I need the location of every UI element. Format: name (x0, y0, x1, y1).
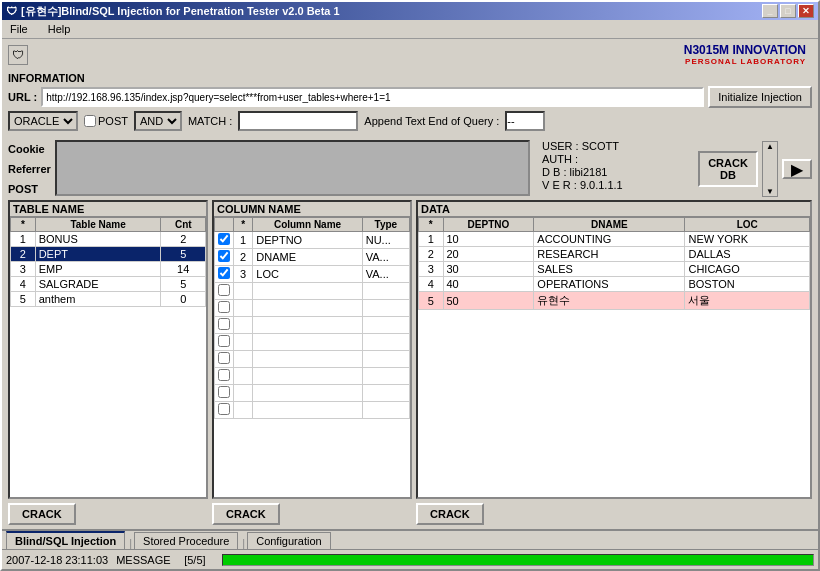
url-input[interactable] (41, 87, 704, 107)
column-row[interactable]: 3LOCVA... (215, 266, 410, 283)
status-message: MESSAGE (116, 554, 176, 566)
tab-bar: Blind/SQL Injection | Stored Procedure |… (2, 529, 818, 549)
progress-bar (222, 554, 814, 566)
user-name: USER : SCOTT (542, 140, 694, 152)
table-row[interactable]: 3EMP14 (11, 262, 206, 277)
crack-table-button[interactable]: CRACK (8, 503, 76, 525)
table-row[interactable]: 2DEPT5 (11, 247, 206, 262)
column-checkbox[interactable] (218, 250, 230, 262)
column-row[interactable] (215, 283, 410, 300)
column-row[interactable] (215, 402, 410, 419)
data-panel: DATA * DEPTNO DNAME LOC 110ACCOUNTINGNEW… (416, 200, 812, 499)
scroll-track (763, 151, 777, 187)
db-type-select[interactable]: ORACLE MSSQL MySQL (8, 111, 78, 131)
crack-db-button[interactable]: CRACK DB (698, 151, 758, 187)
minimize-button[interactable]: _ (762, 4, 778, 18)
data-col-star: * (419, 218, 444, 232)
column-checkbox[interactable] (218, 352, 230, 364)
user-auth: AUTH : (542, 153, 694, 165)
data-row[interactable]: 550유현수서울 (419, 292, 810, 310)
column-row[interactable]: 2DNAMEVA... (215, 249, 410, 266)
column-row[interactable]: 1DEPTNONU... (215, 232, 410, 249)
column-checkbox[interactable] (218, 284, 230, 296)
tab-sep-2: | (240, 537, 247, 549)
status-bar: 2007-12-18 23:11:03 MESSAGE [5/5] (2, 549, 818, 569)
title-bar: 🛡 [유현수]Blind/SQL Injection for Penetrati… (2, 2, 818, 20)
panels-area: TABLE NAME * Table Name Cnt 1BONUS22DEPT… (2, 200, 818, 499)
table-row[interactable]: 1BONUS2 (11, 232, 206, 247)
data-panel-table: * DEPTNO DNAME LOC 110ACCOUNTINGNEW YORK… (418, 217, 810, 497)
user-db: D B : libi2181 (542, 166, 694, 178)
post-checkbox-label: POST (84, 115, 128, 127)
brand-logo: N3015M INNOVATION PERSONAL LABORATORY (678, 41, 812, 68)
cookie-area: Cookie Referrer POST USER : SCOTT AUTH :… (8, 140, 812, 198)
column-row[interactable] (215, 368, 410, 385)
table-panel: TABLE NAME * Table Name Cnt 1BONUS22DEPT… (8, 200, 208, 499)
progress-fill (223, 555, 813, 565)
user-ver: V E R : 9.0.1.1.1 (542, 179, 694, 191)
column-panel-header: COLUMN NAME (214, 202, 410, 217)
match-label: MATCH : (188, 115, 232, 127)
column-checkbox[interactable] (218, 301, 230, 313)
tab-sep-1: | (127, 537, 134, 549)
menu-bar: File Help (2, 20, 818, 39)
post-checkbox[interactable] (84, 115, 96, 127)
column-checkbox[interactable] (218, 318, 230, 330)
crack-data-button[interactable]: CRACK (416, 503, 484, 525)
menu-help[interactable]: Help (44, 22, 75, 36)
initialize-injection-button[interactable]: Initialize Injection (708, 86, 812, 108)
append-value-input[interactable] (505, 111, 545, 131)
cookie-input-area[interactable] (55, 140, 530, 196)
data-panel-header: DATA (418, 202, 810, 217)
column-row[interactable] (215, 385, 410, 402)
status-time: 2007-12-18 23:11:03 (6, 554, 108, 566)
tab-stored-procedure[interactable]: Stored Procedure (134, 532, 238, 549)
scroll-down[interactable]: ▼ (763, 187, 777, 196)
maximize-button[interactable]: □ (780, 4, 796, 18)
tab-configuration[interactable]: Configuration (247, 532, 330, 549)
user-info: USER : SCOTT AUTH : D B : libi2181 V E R… (534, 140, 694, 198)
cookie-label: Cookie (8, 140, 51, 158)
column-checkbox[interactable] (218, 233, 230, 245)
data-row[interactable]: 440OPERATIONSBOSTON (419, 277, 810, 292)
col-check-header (215, 218, 234, 232)
col-type-header: Type (362, 218, 409, 232)
crack-column-wrap: CRACK (212, 503, 412, 525)
column-row[interactable] (215, 300, 410, 317)
column-row[interactable] (215, 334, 410, 351)
cookie-labels: Cookie Referrer POST (8, 140, 51, 198)
column-checkbox[interactable] (218, 369, 230, 381)
crack-buttons-area: CRACK CRACK CRACK (2, 499, 818, 529)
right-scrollbar[interactable]: ▲ ▼ (762, 141, 778, 197)
column-panel: COLUMN NAME * Column Name Type 1DEPTNONU… (212, 200, 412, 499)
and-select[interactable]: AND OR (134, 111, 182, 131)
info-label: INFORMATION (8, 72, 812, 84)
column-checkbox[interactable] (218, 403, 230, 415)
data-row[interactable]: 330SALESCHICAGO (419, 262, 810, 277)
append-label: Append Text End of Query : (364, 115, 499, 127)
column-checkbox[interactable] (218, 386, 230, 398)
tab-blind-sql[interactable]: Blind/SQL Injection (6, 531, 125, 549)
data-row[interactable]: 110ACCOUNTINGNEW YORK (419, 232, 810, 247)
menu-file[interactable]: File (6, 22, 32, 36)
data-col-dname: DNAME (534, 218, 685, 232)
post-label: POST (8, 180, 51, 198)
brand-name: N3015M INNOVATION (684, 43, 806, 57)
column-checkbox[interactable] (218, 267, 230, 279)
match-input[interactable] (238, 111, 358, 131)
app-icon: 🛡 (6, 5, 17, 17)
close-button[interactable]: ✕ (798, 4, 814, 18)
data-col-deptno: DEPTNO (443, 218, 534, 232)
connect-button[interactable]: ▶ (782, 140, 812, 198)
referrer-label: Referrer (8, 160, 51, 178)
crack-column-button[interactable]: CRACK (212, 503, 280, 525)
data-row[interactable]: 220RESEARCHDALLAS (419, 247, 810, 262)
table-row[interactable]: 4SALGRADE5 (11, 277, 206, 292)
scroll-up[interactable]: ▲ (763, 142, 777, 151)
column-row[interactable] (215, 351, 410, 368)
table-row[interactable]: 5anthem0 (11, 292, 206, 307)
column-row[interactable] (215, 317, 410, 334)
column-checkbox[interactable] (218, 335, 230, 347)
table-col-cnt: Cnt (161, 218, 206, 232)
col-name-header: Column Name (253, 218, 362, 232)
